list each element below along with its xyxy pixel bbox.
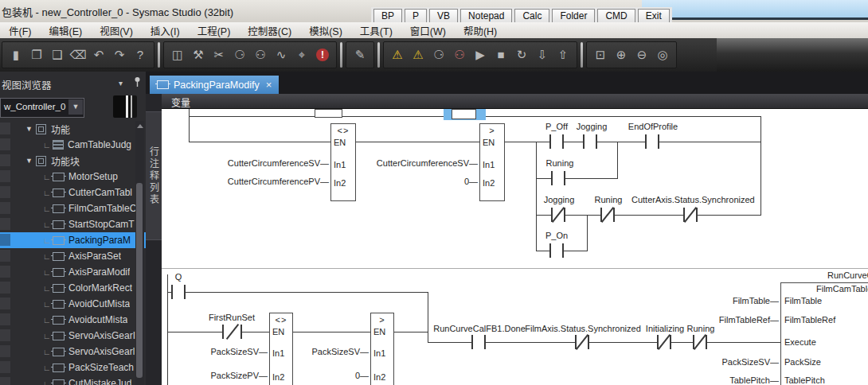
- stop-icon[interactable]: ■: [492, 45, 510, 65]
- expander-icon[interactable]: ▼: [25, 125, 36, 133]
- launcher-button-cmd[interactable]: CMD: [597, 9, 635, 23]
- no-contact[interactable]: [471, 335, 486, 349]
- sidebar-item-axisparaset[interactable]: ∟AxisParaSet: [0, 248, 146, 264]
- scrollbar-thumb[interactable]: [136, 183, 143, 378]
- function-block-icon: [53, 220, 65, 229]
- chevron-down-icon[interactable]: ▼: [68, 99, 83, 115]
- tab-packingparamodify[interactable]: PackingParaModify ×: [150, 76, 279, 94]
- delete-icon[interactable]: ⌫: [69, 45, 87, 65]
- function-block-icon: [53, 364, 65, 372]
- split-icon[interactable]: ✂: [210, 45, 228, 65]
- scroll-up-arrow[interactable]: [135, 122, 144, 130]
- watch-icon[interactable]: ⚆: [231, 45, 248, 65]
- download-icon[interactable]: ⇩: [534, 45, 551, 65]
- sidebar-item-packsizeteach[interactable]: ∟PackSizeTeach: [0, 360, 146, 375]
- rung-comment-list-tab[interactable]: 行注释列表: [146, 111, 162, 240]
- nc-contact[interactable]: [683, 208, 698, 222]
- launcher-button-exit[interactable]: Exit: [638, 9, 670, 23]
- menu-item[interactable]: 帮助(H): [455, 21, 506, 40]
- sidebar-item-axisparamodif[interactable]: ∟AxisParaModif: [0, 264, 146, 280]
- new-icon[interactable]: ▮: [7, 45, 25, 65]
- tree-item-label: AvoidcutMista: [68, 314, 127, 325]
- sidebar-item-colormarkrect[interactable]: ∟ColorMarkRect: [0, 280, 146, 296]
- sidebar-item-cuttercamtabl[interactable]: ∟CutterCamTabl: [0, 185, 146, 200]
- zoom-100-icon[interactable]: ◎: [654, 45, 671, 65]
- sidebar-item-[interactable]: ▼功能: [0, 121, 146, 137]
- nc-contact[interactable]: [575, 335, 589, 349]
- menu-item[interactable]: 控制器(C): [239, 21, 300, 40]
- close-icon[interactable]: ×: [266, 79, 272, 91]
- expander-icon[interactable]: ▼: [25, 157, 36, 165]
- zoom-out-icon[interactable]: ⊖: [633, 45, 651, 65]
- sidebar-item-filmcamtablec[interactable]: ∟FilmCamTableC: [0, 200, 146, 216]
- no-contact[interactable]: [549, 243, 564, 258]
- no-contact[interactable]: [645, 134, 659, 149]
- cutoff-output-box-selected[interactable]: [452, 109, 476, 119]
- menu-item[interactable]: 件(F): [0, 21, 40, 40]
- sync-icon[interactable]: ↻: [513, 45, 530, 65]
- run-icon[interactable]: ▶: [471, 45, 489, 65]
- sidebar-item-packingparam[interactable]: ∟PackingParaM: [0, 232, 146, 248]
- launcher-button-calc[interactable]: Calc: [514, 9, 549, 23]
- paste-icon[interactable]: ❑: [49, 45, 66, 65]
- watch-table-icon[interactable]: ⚇: [252, 45, 269, 65]
- nc-contact[interactable]: [693, 335, 707, 349]
- monitor-off-icon[interactable]: ⚇: [451, 45, 468, 65]
- nc-contact[interactable]: [600, 208, 615, 222]
- comparator-block[interactable]: >ENIn1In2: [370, 313, 394, 385]
- contact-tick: [471, 335, 473, 349]
- fit-icon[interactable]: ⊡: [592, 45, 609, 65]
- copy-icon[interactable]: ❐: [28, 45, 45, 65]
- contact-tick: [564, 171, 565, 185]
- sidebar-item-startstopcamt[interactable]: ∟StartStopCamT: [0, 216, 146, 232]
- undo-icon[interactable]: ↶: [90, 45, 108, 65]
- tree-scrollbar[interactable]: [135, 121, 144, 385]
- pulse-icon[interactable]: ∿: [272, 45, 290, 65]
- zoom-in-icon[interactable]: ⊕: [612, 45, 630, 65]
- nc-contact[interactable]: [222, 325, 242, 339]
- contact-tick: [562, 134, 564, 149]
- menu-item[interactable]: 工程(P): [189, 21, 240, 40]
- chevron-down-icon[interactable]: ▾: [119, 79, 123, 88]
- no-contact[interactable]: [171, 285, 186, 299]
- sidebar-item-avoidcutmista[interactable]: ∟AvoidCutMista: [0, 296, 146, 312]
- sidebar-item-cutmistakejud[interactable]: ∟CutMistakeJud: [0, 375, 146, 385]
- error-icon[interactable]: !: [316, 49, 329, 61]
- edit-build-icon[interactable]: ✎: [351, 45, 369, 65]
- function-block-icon: [53, 284, 65, 293]
- controller-selector[interactable]: w_Controller_0 ▼: [0, 98, 84, 118]
- search-icon[interactable]: ⌖: [293, 45, 311, 65]
- ladder-editor-canvas[interactable]: <>ENIn1In2CutterCircumferenceSVCutterCir…: [162, 109, 868, 385]
- no-contact[interactable]: [549, 134, 564, 149]
- help-icon[interactable]: ?: [131, 45, 149, 65]
- no-contact[interactable]: [583, 134, 597, 149]
- warning-icon[interactable]: ⚠: [389, 45, 406, 65]
- menu-item[interactable]: 插入(I): [142, 21, 189, 40]
- sidebar-item-avoidcutmista[interactable]: ∟AvoidcutMista: [0, 312, 146, 328]
- tree-item-label: ServoAxisGearl: [68, 346, 135, 357]
- pin-icon[interactable]: [133, 76, 142, 91]
- menu-item[interactable]: 视图(V): [91, 21, 142, 40]
- nc-contact[interactable]: [551, 208, 565, 222]
- window-icon[interactable]: ◫: [169, 45, 186, 65]
- sidebar-item-servoaxisgeari[interactable]: ∟ServoAxisGearI: [0, 328, 146, 344]
- no-contact[interactable]: [551, 171, 565, 185]
- menu-item[interactable]: 编辑(E): [40, 21, 91, 40]
- sidebar-item-motorsetup[interactable]: ∟MotorSetup: [0, 169, 146, 185]
- launcher-button-folder[interactable]: Folder: [552, 9, 595, 23]
- monitor-icon[interactable]: ⚆: [430, 45, 448, 65]
- sidebar-item-servoaxisgearl[interactable]: ∟ServoAxisGearl: [0, 344, 146, 360]
- menu-item[interactable]: 工具(T): [351, 21, 401, 40]
- row-edge-square: [0, 218, 10, 230]
- variables-section-bar[interactable]: 变量: [162, 94, 868, 109]
- sidebar-item-camtablejudg[interactable]: ∟CamTableJudg: [0, 137, 146, 153]
- menu-item[interactable]: 窗口(W): [401, 21, 455, 40]
- sidebar-item-[interactable]: ▼功能块: [0, 153, 146, 169]
- redo-icon[interactable]: ↷: [111, 45, 128, 65]
- upload-icon[interactable]: ⇧: [554, 45, 572, 65]
- menu-item[interactable]: 模拟(S): [300, 21, 351, 40]
- warning-off-icon[interactable]: ⚠: [409, 45, 427, 65]
- nc-contact[interactable]: [657, 335, 671, 349]
- build-icon[interactable]: ⚒: [190, 45, 207, 65]
- contact-variable-label: P_On: [497, 231, 616, 240]
